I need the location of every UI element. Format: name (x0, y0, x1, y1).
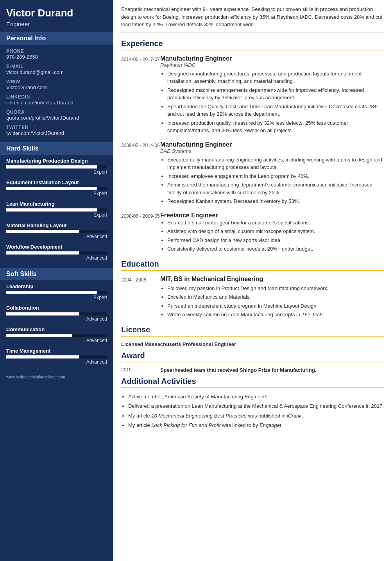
activities-section: Active member, American Society of Manuf… (121, 393, 384, 429)
activity-item: My article Lock Picking for Fun and Prof… (128, 421, 384, 429)
exp-bullet: Increased employee engagement in the Lea… (167, 172, 384, 180)
skill-bar-bg (6, 291, 107, 294)
personal-phone: Phone 978-289-2658 (6, 48, 107, 60)
candidate-name: Victor Durand (6, 7, 107, 19)
education-section: 2004 - 2008 MIT, BS in Mechanical Engine… (121, 276, 384, 320)
edu-bullet: Excelled in Mechanics and Materials. (167, 293, 384, 301)
skill-bar-bg (6, 208, 107, 211)
exp-bullet: Sourced a small motor gear box for a cus… (167, 219, 384, 227)
personal-linkedin: LinkedIn linkedin.com/in/VictorJDurand (6, 94, 107, 106)
exp-bullets: Executed daily manufacturing engineering… (160, 156, 384, 205)
exp-content: Freelance Engineer Sourced a small motor… (160, 212, 384, 254)
activity-item: Delivered a presentation on Lean Manufac… (128, 402, 384, 410)
exp-bullet: Administered the manufacturing departmen… (167, 181, 384, 196)
skill-level: Expert (6, 295, 107, 300)
soft-skill-item: Communication Advanced (6, 326, 107, 343)
phone-label: Phone (6, 48, 107, 54)
license-text: Licensed Massachusetts Professional Engi… (121, 341, 384, 347)
skill-bar-bg (6, 334, 107, 337)
award-text: Spearheaded team that received Shingo Pr… (160, 367, 384, 373)
linkedin-label: LinkedIn (6, 94, 107, 100)
skill-bar-fill (6, 187, 97, 190)
exp-bullet: Spearheaded the Quality, Cost, and Time … (167, 103, 384, 118)
exp-bullet: Performed CAD design for a new sports vi… (167, 237, 384, 244)
award-title: Award (121, 351, 384, 362)
skill-bar-bg (6, 355, 107, 358)
personal-www: WWW VictorDurand.com (6, 79, 107, 90)
exp-bullet: Redesigned machine arrangements departme… (167, 86, 384, 102)
edu-bullet: Wrote a weekly column on Lean Manufactur… (167, 311, 384, 319)
email-label: E-mail (6, 64, 107, 69)
exp-role: Manufacturing Engineer (160, 141, 384, 148)
license-title: License (121, 325, 384, 337)
education-title: Education (121, 260, 384, 271)
education-item: 2004 - 2008 MIT, BS in Mechanical Engine… (121, 276, 384, 320)
experience-item: 2014-06 - 2017-07 Manufacturing Engineer… (121, 55, 384, 136)
candidate-title: Engineer (6, 21, 107, 27)
skill-name: Material Handling Layout (6, 222, 107, 228)
exp-bullets: Designed manufacturing procedures, proce… (160, 70, 384, 134)
skill-bar-fill (6, 291, 97, 294)
quora-label: Quora (6, 109, 107, 115)
summary: Energetic mechanical engineer with 9+ ye… (121, 5, 384, 33)
skill-level: Advanced (6, 338, 107, 343)
hard-skill-item: Manufacturing Production Design Expert (6, 158, 107, 175)
soft-skill-item: Collaboration Advanced (6, 305, 107, 322)
hard-skill-item: Lean Manufacturing Expert (6, 201, 107, 218)
exp-date: 2008-06 - 2009-05 (121, 212, 160, 254)
soft-skills-section: Leadership Expert Collaboration Advanced… (0, 280, 113, 372)
soft-skill-item: Leadership Expert (6, 283, 107, 300)
skill-name: Collaboration (6, 305, 107, 311)
main-content: Energetic mechanical engineer with 9+ ye… (113, 0, 392, 561)
hard-skill-item: Workflow Development Advanced (6, 244, 107, 261)
license-item: Licensed Massachusetts Professional Engi… (121, 341, 384, 347)
personal-info-label: Personal Info (0, 32, 113, 45)
exp-bullet: Executed daily manufacturing engineering… (167, 156, 384, 171)
skill-bar-bg (6, 312, 107, 315)
soft-skills-label: Soft Skills (0, 268, 113, 280)
skill-level: Advanced (6, 234, 107, 239)
skill-bar-fill (6, 251, 79, 255)
twitter-value: twitter.com/VictorJDurand (6, 130, 107, 136)
skill-name: Manufacturing Production Design (6, 158, 107, 164)
award-year: 2015 (121, 367, 160, 373)
skill-bar-fill (6, 355, 79, 358)
edu-bullet: Followed my passion in Product Design an… (167, 285, 384, 292)
edu-date: 2004 - 2008 (121, 276, 160, 320)
footer-url: www.heritagechristiancollege.com (0, 372, 113, 382)
exp-company: Raytheon IADC (160, 62, 384, 68)
skill-bar-fill (6, 312, 79, 315)
skill-name: Workflow Development (6, 244, 107, 250)
hard-skill-item: Equipment Installation Layout Expert (6, 179, 107, 196)
activity-item: Active member, American Society of Manuf… (128, 393, 384, 401)
exp-bullet: Consistently delivered to customer needs… (167, 245, 384, 253)
skill-level: Expert (6, 191, 107, 196)
edu-bullets: Followed my passion in Product Design an… (160, 285, 384, 319)
linkedin-value: linkedin.com/in/VictorJDurand (6, 100, 107, 106)
exp-role: Manufacturing Engineer (160, 55, 384, 62)
exp-content: Manufacturing Engineer BAE Systems Execu… (160, 141, 384, 206)
skill-name: Equipment Installation Layout (6, 179, 107, 185)
resume-container: Victor Durand Engineer Personal Info Pho… (0, 0, 392, 561)
experience-section: 2014-06 - 2017-07 Manufacturing Engineer… (121, 55, 384, 254)
www-label: WWW (6, 79, 107, 84)
hard-skill-item: Material Handling Layout Advanced (6, 222, 107, 239)
phone-value: 978-289-2658 (6, 54, 107, 60)
email-value: victorjdurand@gmail.com (6, 69, 107, 75)
exp-bullet: Increased production quality, measured b… (167, 119, 384, 134)
skill-bar-bg (6, 230, 107, 233)
activity-item: My article 10 Mechanical Engineering Bes… (128, 412, 384, 420)
experience-item: 2008-06 - 2009-05 Freelance Engineer Sou… (121, 212, 384, 254)
sidebar: Victor Durand Engineer Personal Info Pho… (0, 0, 113, 561)
skill-name: Time Management (6, 348, 107, 354)
exp-bullet: Redesigned Kanban system. Decreased inve… (167, 197, 384, 205)
personal-info-section: Phone 978-289-2658 E-mail victorjdurand@… (0, 45, 113, 142)
skill-name: Communication (6, 326, 107, 332)
exp-role: Freelance Engineer (160, 212, 384, 219)
hard-skills-label: Hard Skills (0, 142, 113, 155)
sidebar-header: Victor Durand Engineer (0, 0, 113, 32)
award-item: 2015 Spearheaded team that received Shin… (121, 367, 384, 373)
skill-name: Leadership (6, 283, 107, 289)
skill-level: Advanced (6, 359, 107, 365)
quora-value: quora.com/profile/VictorJDurand (6, 115, 107, 121)
